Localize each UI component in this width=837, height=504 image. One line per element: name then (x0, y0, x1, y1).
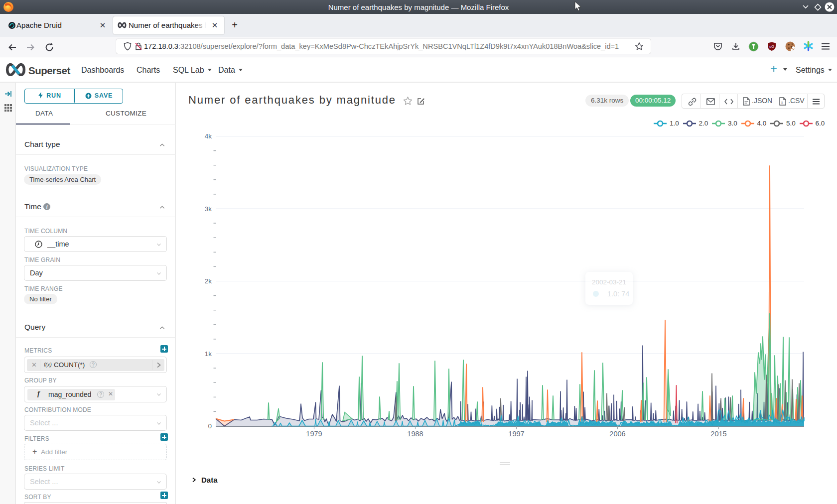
svg-text:x: x (781, 101, 783, 104)
svg-text:uO: uO (769, 45, 774, 48)
